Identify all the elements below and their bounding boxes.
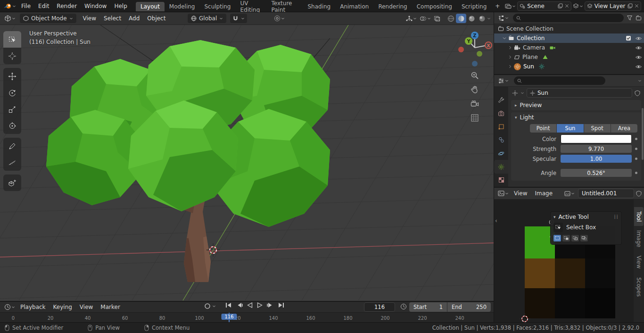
snap-toggle[interactable] — [230, 14, 247, 23]
transform-orientation-selector[interactable]: Global — [188, 14, 226, 23]
animate-color-dot[interactable] — [635, 138, 637, 140]
light-type-spot-button[interactable]: Spot — [584, 124, 611, 133]
outliner-row-scene-collection[interactable]: Scene Collection — [494, 24, 644, 33]
show-overlays-dropdown[interactable] — [420, 16, 431, 22]
tab-tool[interactable]: Tool — [634, 207, 644, 226]
jump-to-end-button[interactable] — [278, 302, 284, 308]
show-gizmo-dropdown[interactable] — [406, 16, 417, 22]
jump-to-start-button[interactable] — [225, 302, 232, 308]
tab-render-icon[interactable] — [494, 107, 508, 120]
light-panel-header[interactable]: ▾ Light — [511, 112, 641, 123]
shading-material-button[interactable] — [466, 14, 477, 23]
preview-panel-header[interactable]: ▸ Preview — [511, 100, 641, 110]
timeline-menu-keying[interactable]: Keying — [50, 303, 76, 311]
mode-selector[interactable]: Object Mode — [20, 14, 76, 23]
unlink-scene-icon[interactable] — [565, 4, 569, 8]
shading-rendered-button[interactable] — [477, 14, 487, 23]
specular-slider[interactable]: 1.00 — [561, 155, 632, 163]
tree-canopy[interactable] — [46, 40, 330, 227]
outliner-row-sun[interactable]: Sun — [494, 62, 644, 71]
editor-type-image-icon[interactable] — [498, 191, 509, 196]
workspace-tab-sculpting[interactable]: Sculpting — [199, 2, 235, 11]
workspace-tab-scripting[interactable]: Scripting — [457, 2, 491, 11]
blender-logo-icon[interactable] — [3, 3, 16, 9]
pan-view-icon[interactable] — [468, 83, 482, 97]
viewport-menu-select[interactable]: Select — [100, 14, 125, 23]
auto-key-button[interactable] — [204, 302, 216, 310]
viewport-canvas[interactable]: User Perspective (116) Collection | Sun — [0, 25, 494, 301]
outliner-row-collection[interactable]: Collection — [494, 33, 644, 43]
workspace-tab-animation[interactable]: Animation — [335, 2, 373, 11]
scene-browse-icon[interactable] — [505, 3, 516, 9]
workspace-tab-shading[interactable]: Shading — [303, 2, 335, 11]
viewport-menu-view[interactable]: View — [79, 14, 100, 23]
animate-angle-dot[interactable] — [635, 172, 637, 174]
tool-measure[interactable] — [3, 154, 21, 171]
workspace-tab-layout[interactable]: Layout — [136, 2, 165, 11]
tab-texture-icon[interactable] — [494, 174, 508, 187]
light-type-area-button[interactable]: Area — [611, 124, 637, 133]
color-swatch[interactable] — [561, 134, 632, 143]
fake-user-shield-icon[interactable] — [635, 90, 640, 96]
xray-toggle[interactable] — [434, 16, 440, 22]
properties-options-chevron[interactable] — [638, 79, 642, 82]
tab-scopes[interactable]: Scopes — [634, 273, 644, 301]
tool-select-box[interactable] — [3, 31, 21, 48]
tool-rotate[interactable] — [3, 84, 21, 101]
playhead-frame-badge[interactable]: 116 — [221, 314, 237, 320]
workspace-tab-compositing[interactable]: Compositing — [412, 2, 457, 11]
light-breadcrumb-icon[interactable] — [512, 90, 518, 96]
outliner-row-camera[interactable]: Camera — [494, 43, 644, 52]
start-frame-field[interactable]: Start 1 — [409, 302, 447, 312]
next-keyframe-button[interactable] — [267, 302, 273, 308]
viewport-menu-object[interactable]: Object — [143, 14, 169, 23]
timeline-menu-marker[interactable]: Marker — [97, 303, 124, 311]
tool-add-primitive[interactable] — [3, 175, 21, 191]
new-view-layer-icon[interactable] — [627, 3, 633, 8]
image-menu-view[interactable]: View — [510, 189, 531, 198]
tool-move[interactable] — [3, 68, 21, 84]
tab-tool-icon[interactable] — [494, 93, 508, 107]
menu-render[interactable]: Render — [53, 2, 81, 10]
outliner-search[interactable] — [513, 14, 624, 22]
image-name-field[interactable]: Untitled.001 — [578, 189, 634, 198]
properties-search-input[interactable] — [524, 77, 602, 84]
toggle-ortho-icon[interactable] — [468, 111, 482, 125]
animate-specular-dot[interactable] — [635, 158, 637, 160]
image-fake-user-shield-icon[interactable] — [636, 191, 642, 197]
editor-type-outliner-icon[interactable] — [498, 15, 509, 21]
menu-file[interactable]: File — [17, 2, 34, 10]
select-mode-set-icon[interactable] — [553, 235, 561, 241]
tab-object-icon[interactable] — [494, 120, 508, 133]
expand-arrow-icon[interactable] — [508, 46, 512, 50]
end-frame-field[interactable]: End 250 — [447, 302, 491, 312]
editor-type-3d-viewport-icon[interactable] — [4, 15, 16, 22]
new-collection-icon[interactable] — [636, 15, 642, 21]
prev-keyframe-button[interactable] — [236, 302, 243, 308]
shading-popover-chevron[interactable] — [487, 17, 491, 20]
orientation-gizmo[interactable]: Z Y X — [457, 29, 492, 68]
properties-scrollbar[interactable] — [642, 108, 644, 160]
hide-collection-eye-icon[interactable] — [635, 36, 642, 41]
tool-transform[interactable] — [3, 117, 21, 134]
angle-field[interactable]: 0.526° — [561, 169, 632, 177]
outliner-row-plane[interactable]: Plane — [494, 52, 644, 62]
filter-icon[interactable] — [627, 15, 633, 21]
expand-arrow-icon[interactable] — [503, 36, 506, 40]
editor-type-properties-icon[interactable] — [498, 78, 509, 84]
properties-search[interactable] — [514, 76, 605, 85]
zoom-view-icon[interactable] — [468, 68, 482, 83]
workspace-tab-rendering[interactable]: Rendering — [373, 2, 412, 11]
remove-view-layer-icon[interactable] — [635, 4, 639, 8]
tool-scale[interactable] — [3, 101, 21, 117]
scene-selector[interactable]: Scene — [517, 1, 571, 11]
editor-type-timeline-icon[interactable] — [4, 304, 15, 310]
shading-wireframe-button[interactable] — [446, 14, 456, 23]
camera-view-icon[interactable] — [468, 97, 482, 111]
sidebar-collapse-chevron[interactable]: ‹ — [495, 217, 497, 224]
menu-edit[interactable]: Edit — [34, 2, 53, 10]
new-scene-icon[interactable] — [558, 3, 563, 8]
panel-grip-icon[interactable]: ⁞⁞ — [614, 214, 619, 220]
select-mode-extend-icon[interactable] — [562, 235, 570, 241]
strength-field[interactable]: 9.770 — [561, 145, 632, 153]
